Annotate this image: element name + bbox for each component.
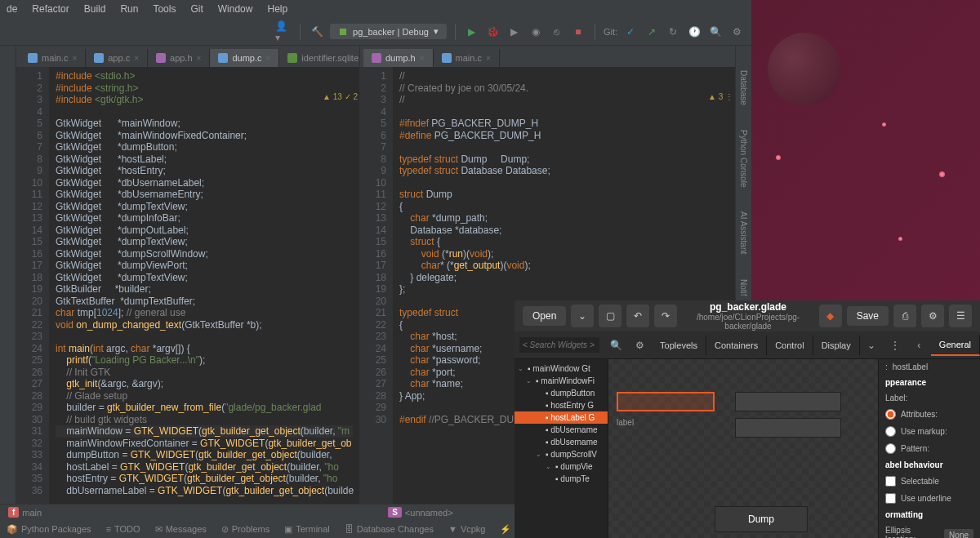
gear-icon[interactable]: ⚙ xyxy=(628,333,652,358)
tab-vcpkg[interactable]: ▼ Vcpkg xyxy=(448,524,485,534)
code-line[interactable]: int main(int argc, char *argv[]) { xyxy=(56,343,353,355)
code-line[interactable]: printf("Loading PG Backer...\n"); xyxy=(56,354,353,367)
run-icon[interactable]: ▶ xyxy=(464,24,480,40)
code-line[interactable] xyxy=(399,106,728,118)
tree-node[interactable]: ▪ hostEntry G xyxy=(514,399,608,411)
code-line[interactable]: GtkWidget *dbUsernameEntry; xyxy=(56,189,353,201)
tree-node[interactable]: ▪ dumpTe xyxy=(514,473,608,485)
prop-attributes[interactable]: Attributes: xyxy=(879,406,980,423)
attach-icon[interactable]: ⎋ xyxy=(549,24,565,40)
code-line[interactable]: GtkTextBuffer *dumpTextBuffer; xyxy=(56,296,353,308)
prev-icon[interactable]: ‹ xyxy=(907,333,931,358)
canvas-hostlabel-selected[interactable] xyxy=(617,392,715,411)
preferences-icon[interactable]: ⚙ xyxy=(921,305,944,327)
git-branch[interactable]: main xyxy=(22,508,42,518)
code-line[interactable]: GtkWidget *dbUsernameLabel; xyxy=(56,177,353,189)
prop-use-markup[interactable]: Use markup: xyxy=(879,423,980,440)
code-line[interactable]: gtk_init(&argc, &argv); xyxy=(56,378,353,390)
code-line[interactable]: // Init GTK xyxy=(56,367,353,379)
more-icon[interactable]: ⋮ xyxy=(884,333,907,358)
code-line[interactable]: Database *database; xyxy=(399,225,728,237)
menu-item[interactable]: Git xyxy=(190,3,203,15)
tab-problems[interactable]: ⊘ Problems xyxy=(221,524,270,535)
code-line[interactable]: builder = gtk_builder_new_from_file("gla… xyxy=(56,402,353,414)
code-line[interactable]: typedef struct Dump Dump; xyxy=(399,153,728,166)
tree-node[interactable]: ⌄▪ dumpVie xyxy=(514,460,608,473)
code-line[interactable]: // xyxy=(399,94,728,106)
coverage-icon[interactable]: ▶ xyxy=(506,24,523,40)
code-line[interactable]: // build gtk widgets xyxy=(56,414,353,426)
code-line[interactable]: struct Dump xyxy=(399,189,728,201)
editor-tab[interactable]: main.c × xyxy=(20,49,86,67)
code-line[interactable]: GtkWidget *dumpButton; xyxy=(56,141,353,153)
code-line[interactable]: GtkBuilder *builder; xyxy=(56,283,353,296)
code-line[interactable]: { xyxy=(399,201,728,213)
code-line[interactable] xyxy=(56,106,353,118)
code-line[interactable]: void (*run)(void); xyxy=(399,248,728,260)
code-line[interactable]: #define PG_BACKER_DUMP_H xyxy=(399,130,728,142)
props-tab-general[interactable]: General xyxy=(931,335,980,356)
settings-icon[interactable]: ⚙ xyxy=(728,24,745,40)
project-gutter[interactable] xyxy=(0,46,16,504)
search-widgets-input[interactable] xyxy=(519,337,599,353)
code-line[interactable]: char *dump_path; xyxy=(399,212,728,225)
git-update-icon[interactable]: ✓ xyxy=(622,24,639,40)
chevron-down-icon[interactable]: ⌄ xyxy=(860,333,884,358)
editor-tab[interactable]: main.c × xyxy=(434,49,500,67)
save-as-icon[interactable]: ⎙ xyxy=(893,305,916,327)
search-icon[interactable]: 🔍 xyxy=(707,24,724,40)
tree-node[interactable]: ⌄▪ mainWindow Gt xyxy=(514,362,608,375)
tree-node[interactable]: ▪ dbUsername xyxy=(514,424,608,436)
debug-icon[interactable]: 🐞 xyxy=(485,24,501,40)
palette-containers[interactable]: Containers xyxy=(706,336,767,355)
code-line[interactable]: GtkWidget *dumpTextView; xyxy=(56,272,353,284)
code-line[interactable]: } delegate; xyxy=(399,272,728,284)
code-line[interactable]: // Glade setup xyxy=(56,390,353,402)
code-line[interactable]: GtkWidget *dumpInfoBar; xyxy=(56,212,353,225)
code-line[interactable]: char* (*get_output)(void); xyxy=(399,260,728,272)
inspection-badge[interactable]: ▲ 13 ✓ 2 xyxy=(323,92,358,101)
menu-item[interactable]: Run xyxy=(120,3,138,15)
code-line[interactable]: GtkWidget *mainWindowFixedContainer; xyxy=(56,130,353,142)
tab-notifications[interactable]: Notif xyxy=(739,279,748,296)
code-line[interactable]: dbUsernameLabel = GTK_WIDGET(gtk_builder… xyxy=(56,485,353,497)
menu-item[interactable]: de xyxy=(7,3,17,15)
menu-item[interactable]: Build xyxy=(84,3,106,15)
menu-icon[interactable]: ☰ xyxy=(949,305,972,327)
recent-icon[interactable]: ⌄ xyxy=(571,305,594,327)
code-line[interactable]: dumpButton = GTK_WIDGET(gtk_builder_get_… xyxy=(56,449,353,461)
code-line[interactable]: #ifndef PG_BACKER_DUMP_H xyxy=(399,118,728,130)
editor-tab[interactable]: app.c × xyxy=(86,49,148,67)
open-button[interactable]: Open xyxy=(523,306,566,326)
save-button[interactable]: Save xyxy=(847,306,889,326)
code-line[interactable]: #include <stdio.h> xyxy=(56,70,353,82)
inspection-badge[interactable]: ▲ 3 ⋮ xyxy=(708,92,733,101)
code-line[interactable]: // Created by joe on 30/05/24. xyxy=(399,82,728,95)
code-line[interactable] xyxy=(399,141,728,153)
menu-item[interactable]: Window xyxy=(218,3,253,15)
code-line[interactable]: hostLabel = GTK_WIDGET(gtk_builder_get_o… xyxy=(56,461,353,474)
tree-node[interactable]: ▪ hostLabel G xyxy=(514,411,608,424)
menu-item[interactable]: Help xyxy=(267,3,287,15)
code-line[interactable] xyxy=(399,177,728,189)
tab-terminal[interactable]: ▣ Terminal xyxy=(284,524,330,535)
palette-control[interactable]: Control xyxy=(767,336,813,355)
search-icon[interactable]: 🔍 xyxy=(604,333,628,358)
code-line[interactable]: GtkWidget *dumpScrollWindow; xyxy=(56,248,353,260)
code-line[interactable]: // xyxy=(399,70,728,82)
code-line[interactable]: mainWindowFixedContainer = GTK_WIDGET(gt… xyxy=(56,438,353,450)
editor-tab[interactable]: app.h × xyxy=(148,49,210,67)
canvas-entry[interactable] xyxy=(735,392,841,411)
editor-tab[interactable]: dump.h × xyxy=(363,49,434,67)
tab-todo[interactable]: ≡ TODO xyxy=(106,524,140,534)
run-config-selector[interactable]: pg_backer | Debug ▾ xyxy=(330,24,447,39)
tab-python-packages[interactable]: 📦 Python Packages xyxy=(7,524,91,535)
code-line[interactable]: GtkWidget *dumpOutLabel; xyxy=(56,225,353,237)
tab-ai-assistant[interactable]: AI Assistant xyxy=(739,211,748,254)
code-line[interactable]: void on_dump_changed_text(GtkTextBuffer … xyxy=(56,319,353,331)
redo-icon[interactable]: ↷ xyxy=(654,305,677,327)
prop-ellipsis[interactable]: Ellipsis location:None xyxy=(879,522,980,538)
code-line[interactable]: hostEntry = GTK_WIDGET(gtk_builder_get_o… xyxy=(56,473,353,485)
editor-tab[interactable]: dump.c × xyxy=(210,49,279,67)
git-push-icon[interactable]: ↻ xyxy=(665,24,681,40)
